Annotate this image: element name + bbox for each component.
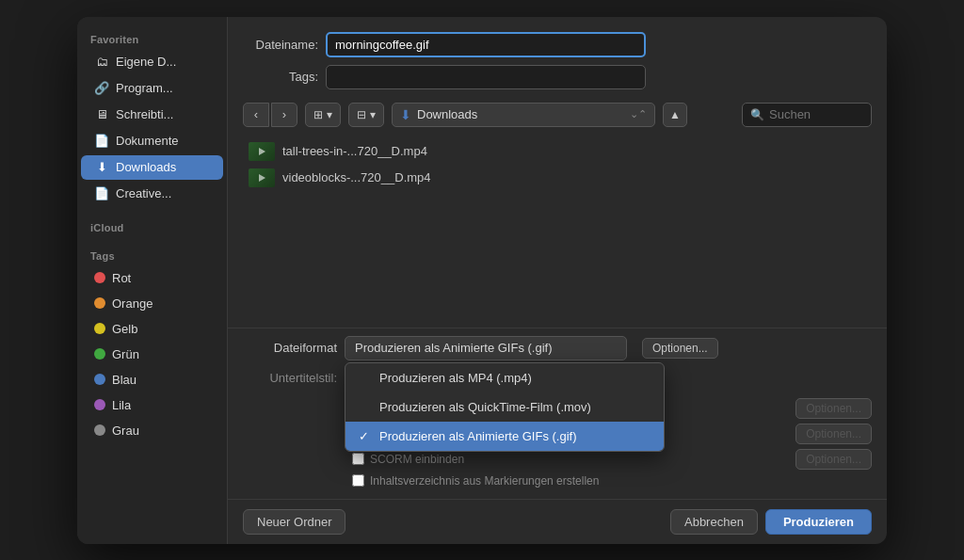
tags-label: Tags bbox=[77, 245, 227, 265]
file-item[interactable]: videoblocks-...720__D.mp4 bbox=[243, 165, 872, 191]
webseite-optionen-button[interactable]: Optionen... bbox=[795, 398, 872, 419]
sidebar-item-downloads[interactable]: ⬇ Downloads bbox=[81, 155, 223, 180]
nav-buttons: ‹ › bbox=[243, 103, 297, 127]
sidebar-item-label: Program... bbox=[116, 81, 173, 95]
tag-label: Gelb bbox=[112, 322, 137, 336]
sidebar-item-creative[interactable]: 📄 Creative... bbox=[81, 182, 223, 206]
format-option-gif[interactable]: ✓ Produzieren als Animierte GIFs (.gif) bbox=[345, 422, 664, 451]
chevrons-icon: ⌄⌃ bbox=[630, 108, 647, 120]
sidebar-item-label: Downloads bbox=[116, 160, 176, 174]
sidebar-tag-blau[interactable]: Blau bbox=[81, 368, 223, 392]
column-view-icon: ⊞ bbox=[313, 108, 323, 121]
format-selected-value: Produzieren als Animierte GIFs (.gif) bbox=[355, 341, 553, 355]
favoriten-label: Favoriten bbox=[77, 28, 227, 49]
location-dropdown[interactable]: ⬇ Downloads ⌄⌃ bbox=[392, 103, 655, 127]
downloads-icon: ⬇ bbox=[94, 160, 109, 175]
dateiformat-label: Dateiformat bbox=[243, 341, 337, 355]
sidebar-item-dokumente[interactable]: 📄 Dokumente bbox=[81, 129, 223, 153]
produzieren-button[interactable]: Produzieren bbox=[765, 509, 872, 535]
scorm-label: SCORM einbinden bbox=[370, 453, 464, 466]
lila-dot bbox=[94, 399, 105, 410]
alias-icon: 🔗 bbox=[94, 81, 109, 96]
file-thumbnail bbox=[249, 142, 275, 161]
rot-dot bbox=[94, 272, 105, 283]
back-button[interactable]: ‹ bbox=[243, 103, 269, 127]
format-optionen-button[interactable]: Optionen... bbox=[642, 338, 718, 359]
tag-label: Grau bbox=[112, 424, 139, 438]
bottom-bar: Neuer Ordner Abbrechen Produzieren bbox=[228, 499, 887, 544]
format-option-label: Produzieren als Animierte GIFs (.gif) bbox=[379, 429, 577, 443]
tag-label: Orange bbox=[112, 296, 153, 311]
folder-icon: 🗂 bbox=[94, 55, 109, 70]
sidebar-tag-orange[interactable]: Orange bbox=[81, 292, 223, 315]
format-option-mov[interactable]: Produzieren als QuickTime-Film (.mov) bbox=[345, 392, 664, 422]
location-icon: ⬇ bbox=[400, 107, 411, 122]
up-button[interactable]: ▲ bbox=[663, 103, 687, 127]
abbrechen-button[interactable]: Abbrechen bbox=[670, 509, 758, 535]
blau-dot bbox=[94, 374, 105, 385]
sidebar-tag-rot[interactable]: Rot bbox=[81, 266, 223, 290]
tag-label: Blau bbox=[112, 373, 137, 387]
sidebar-tag-gelb[interactable]: Gelb bbox=[81, 317, 223, 341]
format-option-label: Produzieren als MP4 (.mp4) bbox=[379, 371, 532, 385]
sidebar-item-label: Eigene D... bbox=[116, 55, 176, 69]
checkbox-left: SCORM einbinden bbox=[352, 453, 464, 466]
checkmark-icon: ✓ bbox=[359, 429, 372, 443]
sidebar-item-program[interactable]: 🔗 Program... bbox=[81, 76, 223, 101]
file-name: videoblocks-...720__D.mp4 bbox=[282, 170, 431, 184]
main-panel: Dateiname: Tags: ‹ › ⊞ ▾ ⊟ ▾ ⬇ bbox=[228, 17, 887, 544]
forward-button[interactable]: › bbox=[271, 103, 297, 127]
search-icon: 🔍 bbox=[750, 108, 764, 121]
column-view-chevron: ▾ bbox=[327, 108, 332, 121]
gruen-dot bbox=[94, 348, 105, 360]
scorm-optionen-button[interactable]: Optionen... bbox=[795, 449, 872, 470]
sidebar-tag-gruen[interactable]: Grün bbox=[81, 343, 223, 366]
checkbox-row-inhaltsverzeichnis: Inhaltsverzeichnis aus Markierungen erst… bbox=[352, 474, 872, 488]
search-input[interactable] bbox=[769, 107, 863, 121]
search-box: 🔍 bbox=[742, 103, 872, 127]
desktop-icon: 🖥 bbox=[94, 107, 109, 122]
tag-label: Lila bbox=[112, 398, 131, 412]
sidebar-tag-grau[interactable]: Grau bbox=[81, 419, 223, 442]
tag-label: Grün bbox=[112, 347, 139, 361]
untertitelstil-label: Untertitelstil: bbox=[243, 371, 337, 385]
orange-dot bbox=[94, 297, 105, 309]
tags-input-label: Tags: bbox=[243, 70, 318, 84]
format-row: Dateiformat Produzieren als Animierte GI… bbox=[243, 336, 872, 360]
file-list: tall-trees-in-...720__D.mp4 videoblocks-… bbox=[228, 135, 887, 328]
icloud-label: iCloud bbox=[77, 216, 227, 237]
quiz-optionen-button[interactable]: Optionen... bbox=[795, 424, 872, 444]
format-dropdown-overlay: Produzieren als MP4 (.mp4) Produzieren a… bbox=[345, 362, 665, 452]
grid-view-icon: ⊟ bbox=[357, 108, 366, 121]
format-option-mp4[interactable]: Produzieren als MP4 (.mp4) bbox=[345, 363, 664, 392]
sidebar-item-label: Creative... bbox=[116, 186, 171, 200]
document-icon: 📄 bbox=[94, 134, 109, 149]
tags-input[interactable] bbox=[326, 65, 646, 89]
grid-view-button[interactable]: ⊟ ▾ bbox=[348, 103, 384, 127]
sidebar-item-schreibti[interactable]: 🖥 Schreibti... bbox=[81, 103, 223, 127]
sidebar-item-label: Dokumente bbox=[116, 134, 178, 148]
neuer-ordner-button[interactable]: Neuer Ordner bbox=[243, 509, 345, 535]
format-dropdown-wrapper: Produzieren als Animierte GIFs (.gif) Pr… bbox=[345, 336, 627, 360]
sidebar-item-label: Schreibti... bbox=[116, 107, 173, 121]
filename-input[interactable] bbox=[326, 32, 646, 57]
grid-view-chevron: ▾ bbox=[370, 108, 376, 121]
tag-label: Rot bbox=[112, 271, 131, 285]
file-item[interactable]: tall-trees-in-...720__D.mp4 bbox=[243, 138, 872, 165]
format-dropdown-display[interactable]: Produzieren als Animierte GIFs (.gif) bbox=[345, 336, 627, 360]
right-buttons: Abbrechen Produzieren bbox=[670, 509, 872, 535]
filename-row: Dateiname: bbox=[243, 32, 872, 57]
column-view-button[interactable]: ⊞ ▾ bbox=[305, 103, 341, 127]
inhaltsverzeichnis-checkbox[interactable] bbox=[352, 474, 364, 487]
location-label: Downloads bbox=[417, 107, 477, 121]
scorm-checkbox[interactable] bbox=[352, 453, 364, 465]
sidebar: Favoriten 🗂 Eigene D... 🔗 Program... 🖥 S… bbox=[77, 17, 228, 544]
sidebar-item-eigene[interactable]: 🗂 Eigene D... bbox=[81, 50, 223, 74]
file-thumbnail bbox=[249, 168, 275, 187]
toolbar-row: ‹ › ⊞ ▾ ⊟ ▾ ⬇ Downloads ⌄⌃ ▲ 🔍 bbox=[228, 99, 887, 135]
sidebar-tag-lila[interactable]: Lila bbox=[81, 393, 223, 417]
tags-row: Tags: bbox=[243, 65, 872, 89]
checkbox-row-scorm: SCORM einbinden Optionen... bbox=[352, 449, 872, 470]
top-bar: Dateiname: Tags: bbox=[228, 17, 887, 99]
creative-icon: 📄 bbox=[94, 186, 109, 201]
